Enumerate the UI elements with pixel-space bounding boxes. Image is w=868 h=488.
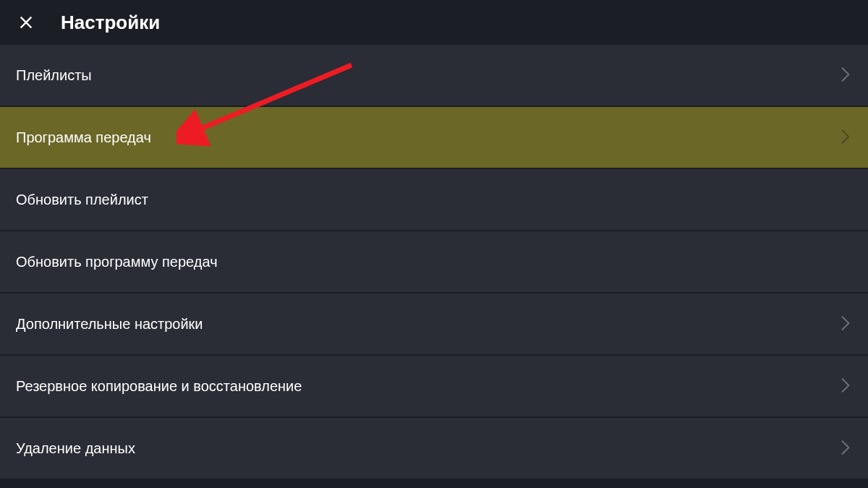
- close-icon[interactable]: [17, 14, 35, 31]
- list-item-label: Обновить плейлист: [16, 192, 148, 208]
- chevron-right-icon: [841, 377, 852, 395]
- chevron-right-icon: [841, 314, 852, 333]
- list-item-backup-restore[interactable]: Резервное копирование и восстановление: [0, 356, 868, 418]
- list-item-advanced-settings[interactable]: Дополнительные настройки: [0, 294, 868, 356]
- header: Настройки: [0, 0, 868, 45]
- list-item-label: Дополнительные настройки: [16, 316, 203, 333]
- chevron-right-icon: [841, 66, 852, 85]
- list-item-label: Плейлисты: [16, 67, 92, 84]
- settings-list: Плейлисты Программа передач Обновить пле…: [0, 45, 868, 480]
- list-item-tv-guide[interactable]: Программа передач: [0, 107, 868, 169]
- list-item-update-tv-guide[interactable]: Обновить программу передач: [0, 231, 868, 294]
- list-item-update-playlist[interactable]: Обновить плейлист: [0, 169, 868, 231]
- list-item-label: Удаление данных: [16, 440, 135, 457]
- chevron-right-icon: [841, 439, 852, 458]
- chevron-right-icon: [841, 128, 852, 147]
- page-title: Настройки: [61, 12, 160, 34]
- list-item-delete-data[interactable]: Удаление данных: [0, 418, 868, 480]
- list-item-label: Резервное копирование и восстановление: [16, 378, 302, 395]
- list-item-label: Программа передач: [16, 129, 151, 146]
- list-item-playlists[interactable]: Плейлисты: [0, 45, 868, 107]
- list-item-label: Обновить программу передач: [16, 254, 218, 270]
